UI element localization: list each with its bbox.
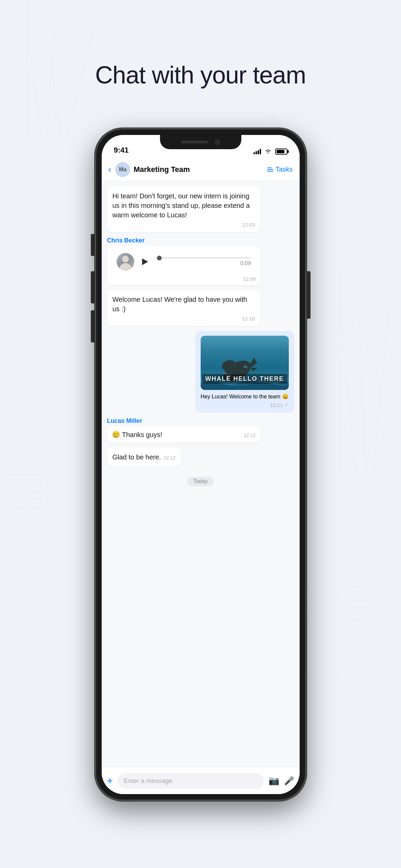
add-attachment-button[interactable]: + — [107, 776, 113, 786]
svg-rect-18 — [312, 587, 325, 600]
audio-track — [155, 257, 251, 258]
battery-icon — [275, 149, 287, 155]
svg-rect-20 — [353, 587, 366, 600]
message-1: Hi team! Don't forget, our new intern is… — [107, 186, 261, 232]
svg-line-16 — [359, 319, 366, 475]
avatar: Ma — [115, 162, 130, 177]
avatar-image — [117, 253, 134, 271]
message-2-audio: 0:09 12:09 — [107, 246, 261, 285]
svg-rect-19 — [332, 587, 346, 600]
message-time: 12:11 ✓ — [201, 402, 289, 408]
audio-avatar — [117, 253, 134, 271]
volume-up-button — [91, 271, 95, 303]
message-time: 12:09 — [112, 276, 256, 282]
speaker — [181, 141, 208, 143]
whale-gif: WHALE HELLO THERE — [201, 336, 289, 390]
whale-gif-text: WHALE HELLO THERE — [202, 374, 287, 384]
message-2-wrapper: Chris Becker — [107, 237, 294, 285]
chat-header: ‹ Ma Marketing Team Tasks — [102, 158, 300, 181]
message-text: Hey Lucas! Welcome to the team 😄 — [201, 393, 289, 400]
chat-area[interactable]: Hi team! Don't forget, our new intern is… — [102, 181, 300, 767]
svg-rect-25 — [254, 152, 255, 154]
chat-title: Marketing Team — [134, 165, 267, 174]
status-icons — [254, 149, 287, 155]
message-3: Welcome Lucas! We're glad to have you wi… — [107, 290, 261, 326]
svg-rect-10 — [31, 498, 41, 509]
mute-button — [91, 234, 95, 256]
message-time: 12:10 — [113, 316, 255, 321]
svg-point-29 — [267, 153, 268, 154]
date-pill: Today — [187, 477, 214, 486]
read-receipt: ✓ — [284, 402, 289, 408]
svg-rect-17 — [305, 576, 373, 678]
phone-frame: 9:41 — [96, 129, 306, 800]
audio-thumb — [157, 256, 162, 260]
front-camera — [215, 139, 220, 145]
svg-rect-26 — [256, 151, 257, 154]
svg-rect-28 — [260, 149, 261, 154]
message-5-wrapper: Lucas Miller 🥲 Thanks guys! 12:12 — [107, 417, 294, 443]
message-5: 🥲 Thanks guys! 12:12 — [107, 427, 261, 443]
svg-rect-22 — [332, 607, 346, 620]
message-time: 12:03 — [113, 222, 255, 228]
phone-screen: 9:41 — [102, 135, 300, 794]
message-input-field[interactable]: Enter a message — [118, 773, 263, 789]
input-bar: + Enter a message 📷 🎤 — [102, 767, 300, 794]
message-6: Glad to be here. 12:12 — [107, 448, 181, 467]
date-divider: Today — [107, 477, 294, 486]
tasks-button[interactable]: Tasks — [267, 165, 293, 173]
svg-rect-8 — [31, 481, 41, 492]
sender-name: Chris Becker — [107, 237, 294, 244]
tasks-label: Tasks — [275, 165, 293, 173]
message-text: Glad to be here. — [113, 452, 161, 462]
message-text: Hi team! Don't forget, our new intern is… — [113, 191, 255, 220]
svg-rect-6 — [7, 475, 47, 542]
audio-controls: 0:09 — [155, 257, 251, 267]
tasks-icon — [267, 167, 273, 172]
microphone-button[interactable]: 🎤 — [284, 776, 294, 786]
audio-message: 0:09 — [112, 250, 256, 274]
svg-rect-9 — [14, 498, 24, 509]
message-4-wrapper: WHALE HELLO THERE Hey Lucas! Welcome to … — [107, 331, 294, 413]
play-button[interactable] — [138, 256, 151, 268]
svg-rect-7 — [14, 481, 24, 492]
volume-down-button — [91, 310, 95, 342]
lucas-sender-name: Lucas Miller — [107, 417, 294, 425]
notch — [160, 135, 241, 149]
message-time: 12:12 — [164, 455, 176, 460]
message-time: 12:12 — [244, 433, 256, 438]
message-text: Welcome Lucas! We're glad to have you wi… — [113, 295, 255, 314]
back-button[interactable]: ‹ — [108, 164, 112, 175]
svg-rect-21 — [312, 607, 325, 620]
message-text: 🥲 Thanks guys! — [112, 430, 241, 439]
signal-icon — [254, 149, 261, 154]
svg-rect-23 — [353, 607, 366, 620]
whale-gif-container: WHALE HELLO THERE — [201, 336, 289, 390]
power-button — [306, 271, 310, 319]
wifi-icon — [264, 149, 272, 154]
page-title: Chat with your team — [0, 61, 401, 89]
play-triangle-icon — [142, 258, 148, 265]
svg-line-14 — [339, 305, 356, 475]
message-4: WHALE HELLO THERE Hey Lucas! Welcome to … — [195, 331, 294, 413]
camera-button[interactable]: 📷 — [268, 775, 279, 786]
message-input-placeholder: Enter a message — [124, 777, 173, 785]
svg-line-15 — [373, 305, 390, 475]
phone-mockup: 9:41 — [96, 129, 306, 800]
audio-duration: 0:09 — [155, 260, 251, 267]
svg-rect-27 — [258, 150, 259, 154]
